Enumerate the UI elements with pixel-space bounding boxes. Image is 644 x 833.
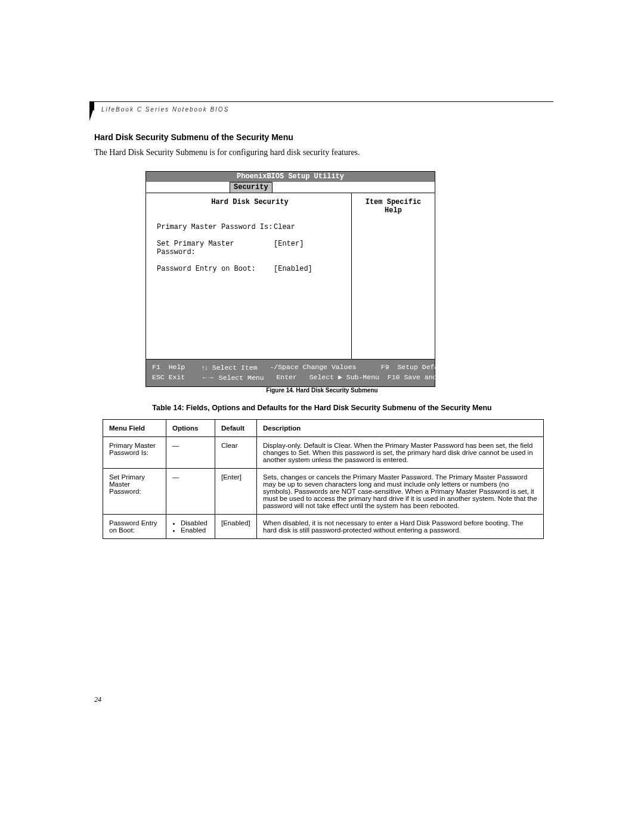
key-f9: F9 [381, 363, 389, 371]
cell-options: Disabled Enabled [166, 515, 215, 539]
table-header-row: Menu Field Options Default Description [103, 420, 544, 437]
cell-options: — [166, 469, 215, 515]
bios-submenu-title: Hard Disk Security [157, 198, 343, 206]
cell-description: When disabled, it is not necessary to en… [257, 515, 544, 539]
col-options: Options [166, 420, 215, 437]
bios-field-set-primary-master[interactable]: Set Primary Master Password: [Enter] [157, 240, 343, 256]
bios-tab-security[interactable]: Security [230, 182, 273, 193]
option-item: Enabled [181, 527, 209, 534]
key-action: Exit [169, 373, 185, 381]
document-page: LifeBook C Series Notebook BIOS Hard Dis… [0, 0, 644, 833]
arrows-up-down-icon: ↑↓ [202, 364, 208, 371]
key-action: Select Menu [219, 374, 264, 382]
bios-field-password-entry-boot[interactable]: Password Entry on Boot: [Enabled] [157, 265, 343, 273]
bios-field-primary-master-status: Primary Master Password Is: Clear [157, 223, 343, 231]
key-action: Select ▶ Sub-Menu [309, 373, 379, 381]
bios-utility-title: PhoenixBIOS Setup Utility [146, 172, 435, 182]
cell-menu-field: Set Primary Master Password: [103, 469, 166, 515]
key-minus-space: -/Space [270, 363, 298, 371]
key-action: Select Item [212, 364, 258, 371]
bios-help-title: Item Specific Help [357, 198, 430, 215]
arrows-left-right-icon: ←→ [202, 374, 215, 381]
cell-description: Sets, changes or cancels the Primary Mas… [257, 469, 544, 515]
page-number: 24 [94, 695, 101, 704]
table-row: Set Primary Master Password: — [Enter] S… [103, 469, 544, 515]
key-action: Save and Exit [404, 373, 457, 381]
cell-options: — [166, 437, 215, 469]
bios-tab-bar: Security [146, 182, 435, 193]
key-action: Help [169, 363, 185, 371]
bios-figure: PhoenixBIOS Setup Utility Security Hard … [145, 171, 435, 387]
bios-field-label: Primary Master Password Is: [157, 223, 274, 231]
col-description: Description [257, 420, 544, 437]
col-menu-field: Menu Field [103, 420, 166, 437]
cell-default: [Enter] [215, 469, 257, 515]
key-enter: Enter [276, 373, 297, 381]
col-default: Default [215, 420, 257, 437]
bios-key-legend: F1 Help ↑↓ Select Item -/Space Change Va… [146, 360, 435, 386]
cell-default: Clear [215, 437, 257, 469]
header-rule [94, 101, 553, 102]
cell-description: Display-only. Default is Clear. When the… [257, 437, 544, 469]
bios-field-label: Set Primary Master Password: [157, 240, 274, 256]
running-header: LifeBook C Series Notebook BIOS [101, 106, 229, 113]
bios-field-label: Password Entry on Boot: [157, 265, 274, 273]
figure-caption: Figure 14. Hard Disk Security Submenu [0, 387, 644, 394]
bios-main-panel: Hard Disk Security Primary Master Passwo… [146, 193, 352, 359]
bios-field-value: [Enter] [274, 240, 304, 256]
key-f10: F10 [388, 373, 400, 381]
key-esc: ESC [152, 373, 165, 381]
section-heading: Hard Disk Security Submenu of the Securi… [94, 132, 293, 142]
cell-menu-field: Password Entry on Boot: [103, 515, 166, 539]
table-title: Table 14: Fields, Options and Defaults f… [0, 404, 644, 412]
bios-field-value: Clear [274, 223, 295, 231]
intro-paragraph: The Hard Disk Security Submenu is for co… [94, 148, 360, 157]
cell-menu-field: Primary Master Password Is: [103, 437, 166, 469]
table-row: Password Entry on Boot: Disabled Enabled… [103, 515, 544, 539]
fields-table: Menu Field Options Default Description P… [103, 419, 544, 539]
key-action: Change Values [303, 363, 357, 371]
bios-help-panel: Item Specific Help [352, 193, 435, 359]
header-marker-icon [89, 110, 93, 121]
key-action: Setup Defaults [397, 363, 455, 371]
cell-default: [Enabled] [215, 515, 257, 539]
bios-field-value: [Enabled] [274, 265, 312, 273]
option-item: Disabled [181, 519, 209, 527]
table-row: Primary Master Password Is: — Clear Disp… [103, 437, 544, 469]
key-f1: F1 [152, 363, 160, 371]
